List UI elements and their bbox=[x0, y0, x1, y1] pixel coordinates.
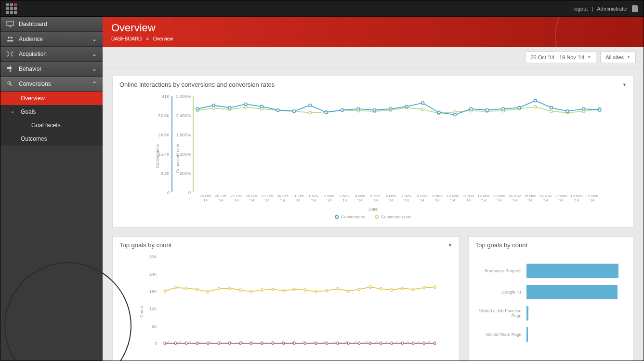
y-axis-label: Count bbox=[139, 306, 144, 318]
nav-dashboard[interactable]: Dashboard bbox=[0, 17, 103, 32]
svg-point-40 bbox=[325, 111, 328, 114]
svg-point-63 bbox=[218, 287, 220, 290]
card-top-goals-line: Top goals by count ▼ 30K24K18K12K6K0 Cou… bbox=[112, 236, 460, 361]
nav-audience[interactable]: Audience ⌄ bbox=[0, 32, 103, 47]
signpost-icon bbox=[6, 66, 14, 72]
x-tick-labels: 25 Oct'1426 Oct'1427 Oct'1428 Oct'1429 O… bbox=[197, 194, 600, 203]
svg-point-37 bbox=[276, 108, 279, 111]
breadcrumb: DASHBOARD > Overview bbox=[111, 36, 635, 41]
page-title: Overview bbox=[111, 22, 635, 34]
svg-point-107 bbox=[412, 342, 414, 345]
monitor-icon bbox=[6, 21, 14, 27]
nav-acquisition[interactable]: Acquisition ⌄ bbox=[0, 47, 103, 62]
svg-point-27 bbox=[534, 106, 537, 108]
y-left-axis-label: Conversions bbox=[155, 144, 160, 168]
svg-point-51 bbox=[502, 107, 505, 110]
y-right-axis-label: Conversion rate bbox=[175, 142, 180, 173]
svg-point-52 bbox=[518, 107, 521, 109]
svg-point-109 bbox=[434, 342, 436, 345]
top-goals-line-chart: 30K24K18K12K6K0 Count ▷▷▷▷▷▷▷▷▷▷▷▷▷▷▷▷▷▷… bbox=[127, 256, 445, 358]
svg-point-58 bbox=[164, 290, 166, 293]
svg-point-38 bbox=[292, 110, 295, 113]
daterange-picker[interactable]: 25 Oct '14 - 19 Nov '14 ▼ bbox=[525, 52, 596, 63]
toolbar: 25 Oct '14 - 19 Nov '14 ▼ All sites ▼ bbox=[103, 47, 644, 68]
svg-point-77 bbox=[369, 286, 371, 289]
x-axis-label: Date bbox=[368, 207, 378, 212]
people-icon bbox=[6, 36, 14, 42]
chevron-down-icon: ⌄ bbox=[92, 51, 97, 57]
bar-label: Brochures Request bbox=[469, 268, 522, 273]
topbar-sep: | bbox=[591, 6, 593, 12]
svg-point-75 bbox=[347, 290, 349, 293]
svg-point-79 bbox=[391, 289, 393, 292]
nav-behavior[interactable]: Behavior ⌄ bbox=[0, 62, 103, 77]
svg-point-61 bbox=[196, 288, 198, 291]
svg-point-41 bbox=[341, 108, 344, 111]
card-top-goals-bar: Top goals by count Brochures RequestGoog… bbox=[468, 236, 634, 361]
nav-label: Audience bbox=[19, 36, 43, 42]
topbar: logout | Administrator bbox=[0, 0, 644, 17]
caret-down-icon: ▼ bbox=[587, 55, 591, 59]
chevron-up-icon: ⌃ bbox=[92, 80, 97, 87]
svg-point-64 bbox=[229, 287, 231, 290]
card-title: Online interactions by conversions and c… bbox=[119, 81, 275, 88]
y-ticks: 30K24K18K12K6K0 bbox=[143, 254, 157, 359]
svg-point-44 bbox=[389, 107, 392, 110]
chevron-down-icon: ⌄ bbox=[92, 36, 97, 42]
user-icon[interactable] bbox=[632, 5, 638, 12]
svg-point-55 bbox=[566, 110, 569, 113]
svg-point-42 bbox=[357, 107, 360, 110]
bar-row: Google +1 bbox=[469, 281, 624, 303]
tap-icon bbox=[6, 80, 14, 87]
bar bbox=[526, 264, 618, 278]
svg-point-9 bbox=[244, 106, 247, 109]
svg-point-70 bbox=[293, 288, 295, 291]
svg-point-73 bbox=[326, 289, 328, 292]
svg-point-36 bbox=[261, 105, 263, 108]
svg-point-28 bbox=[550, 110, 553, 113]
svg-point-1 bbox=[8, 37, 10, 39]
svg-point-39 bbox=[309, 104, 312, 107]
bar-row: Visited Team Page bbox=[469, 324, 624, 345]
svg-point-32 bbox=[196, 107, 199, 110]
sidebar: Dashboard Audience ⌄ Acquisition ⌄ Behav… bbox=[0, 17, 103, 361]
bar bbox=[526, 285, 618, 299]
breadcrumb-current: Overview bbox=[153, 36, 173, 41]
chart-legend: Conversions Conversion rate bbox=[335, 214, 412, 219]
subnav-goals[interactable]: Goals bbox=[0, 105, 103, 119]
svg-point-62 bbox=[207, 290, 209, 293]
breadcrumb-root[interactable]: DASHBOARD bbox=[111, 36, 142, 41]
arrows-in-icon bbox=[6, 51, 14, 57]
nav-conversions[interactable]: Conversions ⌃ bbox=[0, 77, 103, 92]
breadcrumb-sep: > bbox=[146, 36, 149, 41]
site-picker[interactable]: All sites ▼ bbox=[600, 52, 636, 63]
scroll-area[interactable]: Online interactions by conversions and c… bbox=[103, 68, 644, 361]
svg-point-67 bbox=[261, 289, 263, 292]
card-menu-icon[interactable]: ▼ bbox=[448, 243, 452, 248]
app-logo[interactable] bbox=[6, 3, 18, 14]
bar bbox=[526, 327, 528, 342]
svg-point-57 bbox=[598, 108, 601, 111]
svg-point-48 bbox=[453, 113, 456, 116]
card-menu-icon[interactable]: ▼ bbox=[622, 82, 627, 87]
svg-point-50 bbox=[486, 108, 488, 111]
card-title: Top goals by count bbox=[119, 241, 171, 249]
svg-point-81 bbox=[412, 288, 414, 291]
subnav-overview[interactable]: Overview bbox=[0, 92, 103, 105]
svg-point-47 bbox=[437, 111, 440, 114]
svg-point-82 bbox=[423, 286, 425, 289]
svg-point-80 bbox=[401, 287, 403, 290]
svg-point-78 bbox=[380, 287, 382, 290]
svg-point-22 bbox=[453, 111, 456, 114]
svg-point-60 bbox=[185, 287, 187, 290]
svg-point-34 bbox=[228, 107, 231, 109]
svg-point-49 bbox=[470, 107, 473, 110]
logout-link[interactable]: logout bbox=[573, 6, 588, 12]
svg-point-43 bbox=[373, 108, 376, 111]
subnav-outcomes[interactable]: Outcomes bbox=[0, 132, 103, 146]
user-link[interactable]: Administrator bbox=[597, 6, 628, 12]
nav-label: Dashboard bbox=[19, 21, 47, 27]
svg-point-104 bbox=[380, 342, 382, 345]
svg-point-7 bbox=[212, 107, 215, 110]
subnav-goal-facets[interactable]: Goal facets bbox=[0, 119, 103, 132]
